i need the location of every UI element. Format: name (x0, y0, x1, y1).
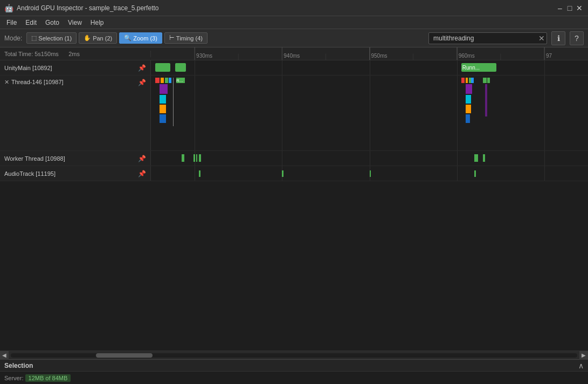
selection-collapse-button[interactable]: ∧ (578, 361, 584, 370)
worker-thread-track: Worker Thread [10988] 📌 (0, 151, 588, 166)
t146-purple-thin[interactable] (485, 84, 487, 116)
wt-bar-r2[interactable] (483, 154, 485, 162)
t146-bar-blue[interactable] (169, 78, 171, 83)
running-label: Runn... (461, 65, 481, 71)
info-button[interactable]: ℹ (551, 31, 565, 45)
search-input[interactable] (428, 32, 547, 44)
unity-event-running[interactable]: Runn... (461, 63, 496, 72)
audio-track-canvas[interactable] (151, 166, 588, 181)
mode-selection-button[interactable]: ⬚ Selection (1) (26, 32, 77, 44)
worker-thread-label: Worker Thread [10988] 📌 (0, 151, 151, 166)
unity-main-label: UnityMain [10892] 📌 (0, 60, 151, 75)
mode-zoom-button[interactable]: 🔍 Zoom (3) (119, 32, 162, 44)
thread-146-pin-icon[interactable]: 📌 (138, 79, 146, 86)
mode-timing-button[interactable]: ⊢ Timing (4) (164, 32, 207, 44)
minimize-button[interactable]: – (556, 4, 564, 12)
unity-main-canvas[interactable]: Runn... (151, 60, 588, 75)
zoom-label: Zoom (3) (133, 35, 157, 42)
t146-bar-blue-r[interactable] (471, 78, 473, 83)
menu-help[interactable]: Help (86, 18, 108, 28)
worker-thread-title: Worker Thread [10988] (4, 155, 65, 162)
t146-bar-red[interactable] (155, 78, 160, 83)
at-bar-1[interactable] (199, 170, 200, 177)
main-content: Total Time: 5s150ms 2ms 930ms 940ms 950m… (0, 47, 588, 359)
unity-main-track: UnityMain [10892] 📌 Runn... (0, 60, 588, 76)
wt-bar-r1[interactable] (474, 154, 478, 162)
search-clear-button[interactable]: ✕ (538, 34, 545, 43)
close-button[interactable]: ✕ (575, 4, 584, 12)
menu-bar: File Edit Goto View Help (0, 16, 588, 29)
t146-orange-1[interactable] (160, 105, 165, 113)
audio-track-label: AudioTrack [11195] 📌 (0, 166, 151, 181)
scroll-right-button[interactable]: ▶ (579, 351, 588, 360)
wt-bar-1[interactable] (182, 154, 184, 162)
zoom-icon: 🔍 (124, 35, 132, 42)
scrollbar-track[interactable] (11, 353, 577, 358)
audio-track-title: AudioTrack [11195] (4, 170, 56, 177)
selection-icon: ⬚ (31, 35, 37, 42)
menu-view[interactable]: View (64, 18, 86, 28)
wt-bar-2[interactable] (193, 154, 195, 162)
t146-teal-r[interactable] (466, 95, 471, 104)
help-button[interactable]: ? (570, 31, 584, 45)
thread-146-close-icon[interactable]: ✕ (4, 79, 9, 86)
t146-blue-r[interactable] (466, 114, 470, 123)
title-bar: 🤖 Android GPU Inspector - sample_trace_5… (0, 0, 588, 16)
t146-bar-orange[interactable] (161, 78, 164, 83)
wt-bar-3[interactable] (196, 154, 197, 162)
t146-bar-green-r[interactable] (469, 78, 471, 83)
horizontal-scrollbar: ◀ ▶ (0, 351, 588, 359)
scroll-left-button[interactable]: ◀ (0, 351, 9, 360)
thread-146-canvas[interactable]: R... (151, 76, 588, 150)
mode-pan-button[interactable]: ✋ Pan (2) (79, 32, 117, 44)
pan-icon: ✋ (84, 35, 91, 42)
unity-event-2[interactable] (175, 63, 186, 72)
t146-orange-r[interactable] (466, 105, 471, 113)
server-label: Server: (4, 375, 23, 381)
at-bar-2[interactable] (282, 170, 283, 177)
selection-panel: Selection ∧ (0, 359, 588, 371)
t146-purple-r[interactable] (466, 84, 472, 94)
maximize-button[interactable]: □ (565, 4, 574, 12)
menu-edit[interactable]: Edit (21, 18, 41, 28)
pan-label: Pan (2) (93, 35, 112, 42)
t146-bar-red-r[interactable] (461, 78, 465, 83)
title-bar-controls: – □ ✕ (556, 4, 584, 12)
t146-bar-green[interactable] (165, 78, 168, 83)
t146-run-bar[interactable]: R... (176, 78, 185, 83)
t146-bar-orange-r[interactable] (466, 78, 468, 83)
menu-goto[interactable]: Goto (41, 18, 64, 28)
unity-main-pin-icon[interactable]: 📌 (138, 64, 146, 72)
search-container: ✕ (428, 32, 547, 44)
wt-bar-4[interactable] (199, 154, 201, 162)
thread-146-track: ✕ Thread-146 [10987] 📌 R... (0, 76, 588, 151)
thread-146-label: ✕ Thread-146 [10987] 📌 (0, 76, 151, 150)
app-icon: 🤖 (4, 4, 13, 12)
timing-label: Timing (4) (176, 35, 203, 42)
time-ruler: 930ms 940ms 950ms 960ms 97 (151, 47, 588, 60)
worker-thread-canvas[interactable] (151, 151, 588, 166)
timeline-area: Total Time: 5s150ms 2ms 930ms 940ms 950m… (0, 47, 588, 351)
t146-vline (173, 78, 174, 126)
unity-main-title: UnityMain [10892] (4, 65, 52, 71)
status-bar: Server: 12MB of 84MB (0, 371, 588, 384)
menu-file[interactable]: File (2, 18, 21, 28)
title-bar-left: 🤖 Android GPU Inspector - sample_trace_5… (4, 4, 158, 12)
t146-purple-1[interactable] (160, 84, 168, 94)
worker-thread-pin-icon[interactable]: 📌 (138, 155, 146, 162)
at-bar-4[interactable] (474, 170, 475, 177)
total-time: Total Time: 5s150ms 2ms (0, 51, 151, 57)
unity-event-1[interactable] (155, 63, 170, 72)
t146-bar-green-r3[interactable] (487, 78, 489, 83)
at-bar-3[interactable] (370, 170, 371, 177)
selection-title: Selection (4, 362, 33, 369)
audio-track-pin-icon[interactable]: 📌 (138, 170, 146, 177)
t146-teal-1[interactable] (160, 95, 165, 104)
toolbar: Mode: ⬚ Selection (1) ✋ Pan (2) 🔍 Zoom (… (0, 29, 588, 47)
selection-label: Selection (1) (38, 35, 72, 42)
server-memory-info: 12MB of 84MB (25, 374, 71, 382)
t146-bar-green-r2[interactable] (483, 78, 486, 83)
t146-blue-1[interactable] (160, 114, 165, 123)
mode-label: Mode: (4, 35, 22, 42)
scrollbar-thumb[interactable] (96, 353, 153, 358)
